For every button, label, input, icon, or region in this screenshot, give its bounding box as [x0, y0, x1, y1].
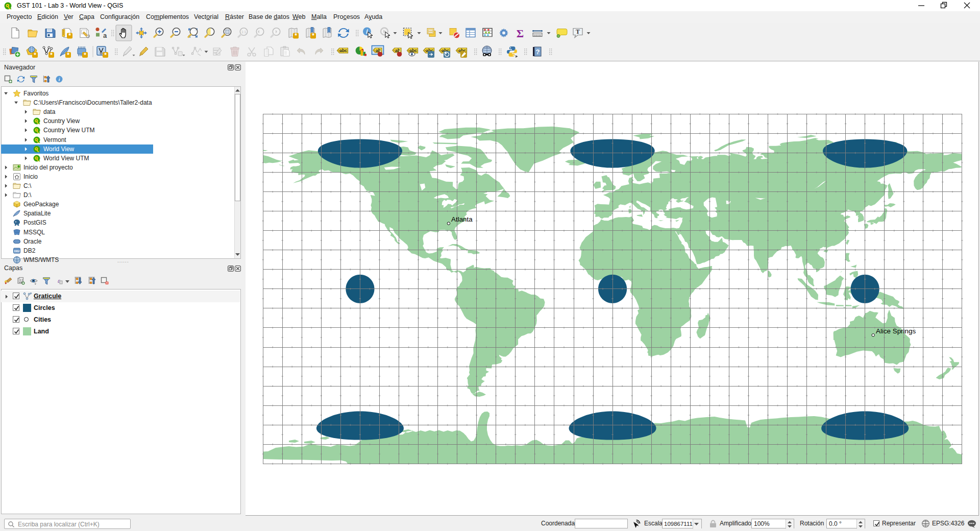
svg-text:*: * — [67, 52, 69, 59]
svg-text:*: * — [50, 52, 53, 59]
svg-text:*: * — [84, 52, 86, 59]
svg-text:Atlanta: Atlanta — [451, 215, 473, 223]
svg-text:Σ: Σ — [517, 27, 524, 40]
svg-text:*: * — [295, 32, 297, 39]
svg-text:DB2: DB2 — [14, 249, 19, 252]
svg-text:abc: abc — [339, 48, 347, 53]
svg-text:Alice Springs: Alice Springs — [876, 327, 916, 335]
svg-text:*: * — [34, 52, 36, 59]
svg-text:T: T — [576, 28, 580, 35]
svg-text:*: * — [68, 32, 71, 39]
svg-text:*: * — [104, 52, 107, 59]
svg-text:1:1: 1:1 — [241, 30, 246, 34]
svg-text:*: * — [312, 32, 314, 39]
svg-text:?: ? — [536, 48, 540, 56]
svg-text:a: a — [103, 32, 107, 39]
